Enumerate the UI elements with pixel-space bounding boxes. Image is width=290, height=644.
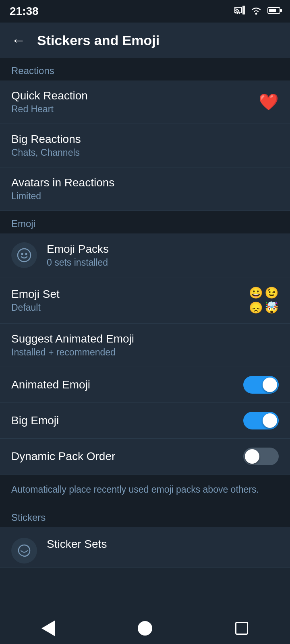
status-time: 21:38 — [10, 5, 39, 18]
big-emoji-toggle-knob — [263, 413, 277, 428]
page-title: Stickers and Emoji — [37, 33, 160, 48]
suggest-animated-emoji-item[interactable]: Suggest Animated Emoji Installed + recom… — [0, 324, 290, 367]
suggest-animated-subtitle: Installed + recommended — [11, 347, 134, 358]
app-header: ← Stickers and Emoji — [0, 23, 290, 58]
svg-point-3 — [18, 249, 31, 262]
status-icons — [234, 6, 280, 17]
big-reactions-item[interactable]: Big Reactions Chats, Channels — [0, 124, 290, 167]
svg-rect-1 — [242, 6, 245, 14]
animated-emoji-toggle-knob — [263, 378, 277, 392]
big-reactions-subtitle: Chats, Channels — [11, 147, 81, 158]
avatars-reactions-subtitle: Limited — [11, 191, 114, 202]
back-triangle-icon — [41, 620, 55, 636]
sticker-sets-icon — [11, 538, 37, 564]
emoji-set-subtitle: Default — [11, 302, 60, 313]
status-bar: 21:38 — [0, 0, 290, 23]
sticker-sets-title: Sticker Sets — [47, 538, 107, 551]
animated-emoji-toggle[interactable] — [243, 376, 279, 394]
cast-icon — [234, 6, 245, 17]
section-reactions: Reactions — [0, 58, 290, 80]
quick-reaction-item[interactable]: Quick Reaction Red Heart ❤️ — [0, 80, 290, 124]
emoji-packs-item[interactable]: Emoji Packs 0 sets installed — [0, 233, 290, 277]
home-circle-icon — [138, 621, 152, 636]
quick-reaction-text: Quick Reaction Red Heart — [11, 89, 259, 115]
nav-home-button[interactable] — [133, 616, 157, 640]
nav-recent-button[interactable] — [230, 616, 254, 640]
emoji-packs-title: Emoji Packs — [47, 243, 109, 256]
emoji-set-title: Emoji Set — [11, 288, 60, 301]
nav-back-button[interactable] — [36, 616, 60, 640]
nav-bar — [0, 612, 290, 644]
dynamic-pack-order-title: Dynamic Pack Order — [11, 450, 115, 463]
emoji-packs-subtitle: 0 sets installed — [47, 257, 109, 268]
svg-point-5 — [25, 253, 27, 255]
wifi-icon — [251, 6, 262, 17]
big-reactions-text: Big Reactions Chats, Channels — [11, 133, 279, 158]
emoji-set-preview: 😀 😉 😞 🤯 — [249, 286, 279, 314]
dynamic-pack-order-item[interactable]: Dynamic Pack Order — [0, 439, 290, 475]
animated-emoji-item[interactable]: Animated Emoji — [0, 367, 290, 403]
avatars-reactions-title: Avatars in Reactions — [11, 176, 114, 189]
quick-reaction-title: Quick Reaction — [11, 89, 88, 102]
suggest-animated-title: Suggest Animated Emoji — [11, 332, 134, 345]
red-heart-icon: ❤️ — [259, 93, 279, 111]
section-stickers: Stickers — [0, 505, 290, 527]
big-emoji-toggle[interactable] — [243, 412, 279, 429]
battery-icon — [267, 7, 280, 15]
dynamic-pack-order-toggle-knob — [245, 449, 259, 464]
svg-point-4 — [21, 253, 23, 255]
svg-point-2 — [255, 13, 257, 15]
avatars-reactions-text: Avatars in Reactions Limited — [11, 176, 279, 202]
dynamic-pack-order-toggle[interactable] — [243, 448, 279, 465]
emoji-set-item[interactable]: Emoji Set Default 😀 😉 😞 🤯 — [0, 277, 290, 324]
recent-square-icon — [235, 622, 248, 635]
quick-reaction-subtitle: Red Heart — [11, 104, 88, 115]
avatars-reactions-item[interactable]: Avatars in Reactions Limited — [0, 167, 290, 211]
dynamic-pack-description: Automatically place recently used emoji … — [0, 475, 290, 505]
big-emoji-title: Big Emoji — [11, 414, 59, 427]
big-reactions-title: Big Reactions — [11, 133, 81, 146]
emoji-packs-icon — [11, 242, 37, 268]
back-button[interactable]: ← — [11, 32, 26, 49]
section-emoji: Emoji — [0, 211, 290, 233]
sticker-sets-item[interactable]: Sticker Sets — [0, 527, 290, 568]
big-emoji-item[interactable]: Big Emoji — [0, 403, 290, 439]
animated-emoji-title: Animated Emoji — [11, 378, 90, 391]
